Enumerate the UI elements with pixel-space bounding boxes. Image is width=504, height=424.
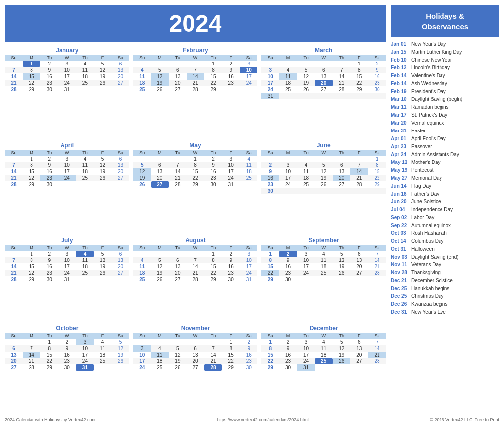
holiday-date: Jun 16: [391, 190, 410, 198]
calendar-day: 12: [133, 168, 151, 175]
calendar-day: 15: [261, 352, 279, 358]
holiday-name: Veterans Day: [411, 261, 441, 269]
holiday-item: Apr 23Passover: [391, 143, 499, 151]
calendar-day: 9: [40, 67, 58, 73]
holiday-name: Christmas Day: [411, 293, 444, 300]
calendar-day: 13: [350, 345, 368, 352]
calendar-day: 26: [333, 270, 350, 276]
calendar-day: 19: [133, 175, 151, 181]
holiday-name: Labor Day: [411, 214, 434, 222]
day-header: Tu: [297, 333, 315, 339]
day-header: M: [151, 55, 169, 61]
day-header: Th: [333, 245, 350, 251]
calendar-day: 26: [112, 358, 129, 364]
calendar-day: 11: [76, 162, 94, 168]
calendar-day: 31: [76, 364, 94, 371]
holiday-item: Mar 11Ramadan begins: [391, 103, 499, 111]
calendar-day: 5: [297, 67, 315, 73]
months-grid: JanuarySuMTuWThFSa1234567891011121314151…: [5, 47, 386, 410]
calendar-day: 6: [169, 257, 187, 263]
calendar-day: 16: [261, 175, 279, 181]
calendar-day: 19: [333, 263, 350, 270]
day-header: F: [222, 55, 240, 61]
day-header: F: [350, 333, 368, 339]
holiday-name: Flag Day: [411, 182, 431, 190]
day-header: Su: [261, 55, 279, 61]
holiday-item: Jul 04Independence Day: [391, 206, 499, 214]
calendar-day: 3: [279, 162, 297, 168]
calendar-day: 22: [204, 270, 222, 276]
calendar-day: 8: [23, 162, 40, 168]
calendar-day: 23: [261, 181, 279, 188]
holiday-date: Sep 02: [391, 214, 410, 222]
calendar-day: 16: [368, 73, 386, 80]
month-block: DecemberSuMTuWThFSa123456789101112131415…: [261, 325, 386, 410]
calendar-day: 1: [23, 156, 40, 162]
day-header: Th: [204, 150, 222, 156]
holiday-name: Chinese New Year: [411, 56, 452, 64]
calendar-day: 18: [240, 168, 257, 175]
calendar-day: 24: [261, 86, 279, 93]
calendar-day: 26: [94, 270, 111, 276]
calendar-day: 16: [40, 73, 58, 80]
calendar-day: [133, 251, 151, 257]
calendar-day: 24: [58, 270, 76, 276]
day-header: W: [58, 245, 76, 251]
calendar-day: [169, 61, 187, 67]
calendar-day: 3: [297, 251, 315, 257]
calendar-day: [279, 188, 297, 194]
month-title: May: [133, 142, 258, 149]
holiday-name: Daylight Saving (begin): [411, 96, 462, 103]
day-header: M: [279, 245, 297, 251]
calendar-day: 16: [279, 263, 297, 270]
holiday-date: Apr 23: [391, 143, 410, 151]
calendar-day: 28: [204, 364, 222, 371]
holiday-date: Feb 12: [391, 64, 410, 72]
calendar-day: 10: [133, 352, 151, 358]
calendar-day: 23: [222, 80, 240, 86]
calendar-day: 2: [261, 162, 279, 168]
calendar-day: 25: [76, 175, 94, 181]
calendar-day: 22: [261, 270, 279, 276]
calendar-day: 3: [133, 345, 151, 352]
calendar-day: 31: [261, 93, 279, 99]
calendar-day: 10: [58, 257, 76, 263]
calendar-day: 18: [94, 352, 111, 358]
calendar-day: 25: [151, 364, 169, 371]
calendar-day: 13: [333, 168, 350, 175]
day-header: M: [23, 333, 40, 339]
day-header: Sa: [368, 333, 386, 339]
calendar-day: 23: [222, 270, 240, 276]
month-table: SuMTuWThFSa12345678910111213141516171819…: [133, 55, 258, 93]
calendar-day: 10: [240, 257, 257, 263]
calendar-day: 25: [133, 276, 151, 283]
calendar-day: 29: [368, 181, 386, 188]
day-header: Th: [76, 245, 94, 251]
day-header: M: [23, 150, 40, 156]
calendar-day: 14: [5, 263, 23, 270]
calendar-day: 30: [222, 276, 240, 283]
calendar-day: 7: [187, 257, 204, 263]
calendar-day: 9: [58, 345, 76, 352]
day-header: Th: [333, 150, 350, 156]
calendar-day: 24: [297, 358, 315, 364]
holiday-name: Martin Luther King Day: [411, 48, 462, 56]
month-title: December: [261, 325, 386, 332]
calendar-day: 22: [350, 80, 368, 86]
calendar-day: 24: [222, 175, 240, 181]
calendar-day: 23: [40, 80, 58, 86]
calendar-day: [151, 156, 169, 162]
calendar-day: [368, 188, 386, 194]
calendar-day: 6: [112, 61, 129, 67]
holiday-item: Feb 14Valentine's Day: [391, 72, 499, 80]
calendar-day: 29: [261, 364, 279, 371]
calendar-day: 26: [133, 181, 151, 188]
calendar-day: [333, 276, 350, 283]
calendar-day: 17: [261, 80, 279, 86]
calendar-day: 28: [169, 181, 187, 188]
calendar-day: [315, 276, 333, 283]
calendar-day: 9: [240, 345, 257, 352]
calendar-day: [297, 156, 315, 162]
calendar-day: [368, 276, 386, 283]
day-header: M: [151, 333, 169, 339]
